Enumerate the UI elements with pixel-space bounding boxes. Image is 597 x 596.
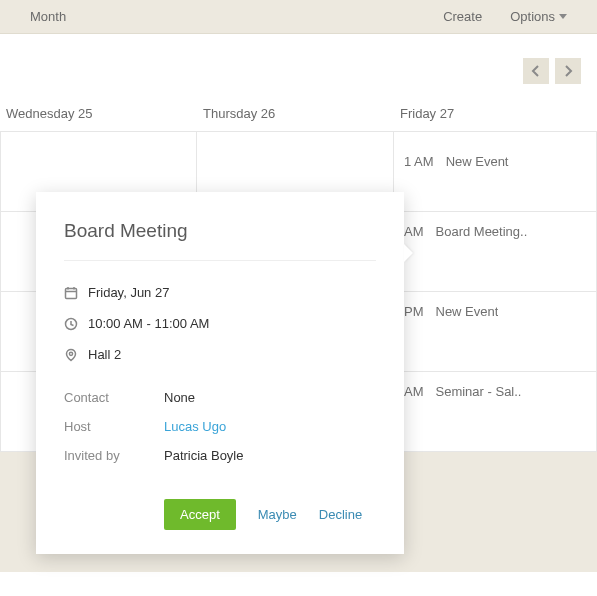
popover-actions: Accept Maybe Decline <box>64 499 376 530</box>
accept-button[interactable]: Accept <box>164 499 236 530</box>
day-header-thu: Thursday 26 <box>197 96 394 131</box>
event-title: Seminar - Sal.. <box>436 384 522 399</box>
options-label: Options <box>510 9 555 24</box>
decline-button[interactable]: Decline <box>319 507 362 522</box>
popover-title: Board Meeting <box>64 220 376 261</box>
prev-button[interactable] <box>523 58 549 84</box>
cell-fri-2[interactable]: PM New Event <box>394 292 597 371</box>
meta-host-row: Host Lucas Ugo <box>64 419 376 434</box>
chevron-right-icon <box>563 65 573 77</box>
event-time: AM <box>404 224 424 239</box>
day-header-wed: Wednesday 25 <box>0 96 197 131</box>
maybe-button[interactable]: Maybe <box>258 507 297 522</box>
meta-invitedby-row: Invited by Patricia Boyle <box>64 448 376 463</box>
cell-fri-3[interactable]: AM Seminar - Sal.. <box>394 372 597 451</box>
svg-rect-0 <box>66 288 77 298</box>
day-headers-row: Wednesday 25 Thursday 26 Friday 27 <box>0 96 597 132</box>
contact-label: Contact <box>64 390 164 405</box>
svg-point-5 <box>69 352 72 355</box>
event-title: New Event <box>446 154 509 169</box>
cell-fri-0[interactable]: 1 AM New Event <box>394 132 597 211</box>
event-title: New Event <box>436 304 499 319</box>
event-popover: Board Meeting Friday, Jun 27 10:00 AM - … <box>36 192 404 554</box>
contact-value: None <box>164 390 195 405</box>
event-title: Board Meeting.. <box>436 224 528 239</box>
detail-date-row: Friday, Jun 27 <box>64 285 376 300</box>
options-menu[interactable]: Options <box>496 9 581 24</box>
view-switch-month[interactable]: Month <box>16 9 80 24</box>
calendar-icon <box>64 286 88 300</box>
detail-time-row: 10:00 AM - 11:00 AM <box>64 316 376 331</box>
detail-date: Friday, Jun 27 <box>88 285 169 300</box>
event-time: PM <box>404 304 424 319</box>
day-header-fri: Friday 27 <box>394 96 597 131</box>
popover-meta: Contact None Host Lucas Ugo Invited by P… <box>64 390 376 463</box>
event-time: 1 AM <box>404 154 434 169</box>
host-value[interactable]: Lucas Ugo <box>164 419 226 434</box>
caret-down-icon <box>559 14 567 19</box>
create-button[interactable]: Create <box>429 9 496 24</box>
detail-location-row: Hall 2 <box>64 347 376 362</box>
top-toolbar: Month Create Options <box>0 0 597 34</box>
invitedby-value: Patricia Boyle <box>164 448 243 463</box>
location-icon <box>64 348 88 362</box>
nav-arrows <box>0 34 597 96</box>
detail-location: Hall 2 <box>88 347 121 362</box>
chevron-left-icon <box>531 65 541 77</box>
detail-time: 10:00 AM - 11:00 AM <box>88 316 209 331</box>
host-label: Host <box>64 419 164 434</box>
popover-details: Friday, Jun 27 10:00 AM - 11:00 AM Hall … <box>64 285 376 362</box>
invitedby-label: Invited by <box>64 448 164 463</box>
meta-contact-row: Contact None <box>64 390 376 405</box>
next-button[interactable] <box>555 58 581 84</box>
event-time: AM <box>404 384 424 399</box>
clock-icon <box>64 317 88 331</box>
cell-fri-1[interactable]: AM Board Meeting.. <box>394 212 597 291</box>
